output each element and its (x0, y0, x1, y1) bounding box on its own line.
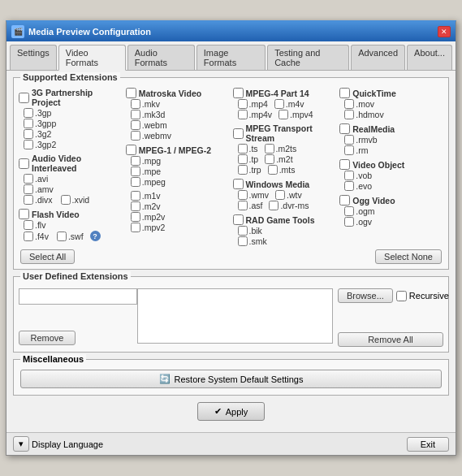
tab-image-formats[interactable]: Image Formats (196, 45, 266, 70)
cb-bik[interactable] (238, 226, 248, 236)
supported-extensions-label: Supported Extensions (20, 72, 120, 82)
restore-label: Restore System Default Settings (175, 374, 304, 384)
cb-evo[interactable] (344, 181, 354, 191)
swf-help-icon[interactable]: ? (90, 231, 101, 241)
language-dropdown[interactable]: ▾ (13, 436, 29, 452)
select-none-button[interactable]: Select None (375, 249, 442, 264)
cb-webm[interactable] (131, 120, 140, 130)
restore-button[interactable]: 🔄 Restore System Default Settings (20, 370, 442, 388)
browse-row: Browse... Recursive (338, 288, 443, 303)
cb-webmv[interactable] (131, 131, 140, 141)
remove-button[interactable]: Remove (19, 331, 76, 345)
cb-mp4v[interactable] (238, 110, 248, 119)
checkbox-wmv-group[interactable] (233, 179, 244, 189)
cb-tp[interactable] (238, 154, 248, 164)
ud-extension-input[interactable] (19, 288, 137, 305)
cb-flv[interactable] (24, 220, 33, 230)
tab-advanced[interactable]: Advanced (351, 45, 405, 70)
cb-asf[interactable] (238, 201, 248, 210)
group-avi: Audio Video Interleaved (19, 154, 123, 173)
cb-wmv[interactable] (238, 190, 248, 200)
cb-swf[interactable] (57, 232, 67, 241)
cb-divx[interactable] (24, 195, 33, 205)
group-rm: RealMedia (339, 123, 443, 134)
tab-video-formats[interactable]: Video Formats (58, 45, 126, 71)
cb-dvr-ms[interactable] (269, 201, 278, 210)
checkbox-3gp-group[interactable] (19, 93, 29, 103)
cb-ts[interactable] (238, 144, 248, 154)
cb-xvid[interactable] (61, 195, 71, 205)
cb-3gpp[interactable] (24, 119, 33, 128)
content-area: Supported Extensions 3G Partnership Proj… (6, 71, 456, 432)
cb-mpv2[interactable] (131, 223, 140, 232)
app-icon: 🎬 (11, 25, 24, 38)
exit-button[interactable]: Exit (407, 437, 449, 452)
cb-mp4[interactable] (238, 99, 248, 109)
tab-testing-cache[interactable]: Testing and Cache (267, 45, 349, 70)
cb-mk3d[interactable] (131, 110, 140, 119)
checkbox-rad-group[interactable] (233, 214, 244, 225)
tab-about[interactable]: About... (407, 45, 452, 70)
checkbox-ogg-group[interactable] (339, 195, 350, 206)
cb-mkv[interactable] (131, 99, 140, 109)
recursive-checkbox[interactable] (396, 291, 407, 301)
cb-hdmov[interactable] (344, 110, 354, 119)
group-ts: MPEG Transport Stream (233, 123, 337, 143)
checkbox-mp4-group[interactable] (233, 88, 244, 98)
cb-mp2v[interactable] (131, 212, 140, 222)
apply-label: Apply (226, 407, 248, 417)
cb-ogv[interactable] (344, 217, 354, 227)
cb-3g2[interactable] (24, 129, 33, 139)
bottom-bar: ▾ Display Language Exit (6, 432, 456, 455)
ud-list-box[interactable] (137, 288, 333, 344)
cb-m4v[interactable] (274, 99, 284, 109)
cb-m1v[interactable] (131, 191, 140, 201)
cb-rmvb[interactable] (344, 135, 354, 145)
tab-settings[interactable]: Settings (10, 45, 57, 70)
user-defined-controls: Add Remove Browse... Recursive Remove Al… (19, 288, 443, 347)
cb-amv[interactable] (24, 184, 33, 194)
checkbox-flash-group[interactable] (19, 209, 29, 219)
cb-mts[interactable] (268, 165, 278, 175)
cb-rm[interactable] (344, 145, 354, 155)
checkbox-ts-group[interactable] (233, 128, 244, 139)
window-title: Media Preview Configuration (28, 27, 151, 37)
checkbox-vob-group[interactable] (339, 159, 350, 170)
cb-m2ts[interactable] (265, 144, 274, 154)
cb-vob[interactable] (344, 171, 354, 180)
close-button[interactable]: ✕ (438, 26, 451, 37)
cb-m2t[interactable] (265, 154, 274, 164)
checkbox-mkv-group[interactable] (126, 88, 136, 98)
checkbox-mpeg12-group[interactable] (126, 145, 136, 155)
tab-audio-formats[interactable]: Audio Formats (127, 45, 195, 70)
group-mkv: Matroska Video (126, 88, 230, 98)
cb-mpeg[interactable] (131, 177, 140, 187)
cb-f4v[interactable] (24, 232, 33, 241)
cb-mpe[interactable] (131, 167, 140, 176)
cb-mpv4[interactable] (278, 110, 288, 119)
group-vob: Video Object (339, 159, 443, 170)
apply-icon: ✔ (214, 406, 222, 417)
cb-smk[interactable] (238, 236, 248, 246)
cb-mov[interactable] (344, 99, 354, 109)
cb-3gp[interactable] (24, 108, 33, 118)
ud-left-panel: Add Remove (19, 288, 132, 345)
cb-3gp2[interactable] (24, 140, 33, 149)
group-rad: RAD Game Tools (233, 214, 337, 225)
cb-avi[interactable] (24, 174, 33, 184)
supported-extensions-section: Supported Extensions 3G Partnership Proj… (13, 77, 449, 270)
cb-mpg[interactable] (131, 156, 140, 166)
checkbox-avi-group[interactable] (19, 158, 29, 169)
cb-ogm[interactable] (344, 206, 354, 216)
cb-trp[interactable] (238, 165, 248, 175)
remove-all-button[interactable]: Remove All (338, 332, 443, 347)
cb-m2v[interactable] (131, 201, 140, 211)
apply-button[interactable]: ✔ Apply (197, 402, 266, 421)
checkbox-qt-group[interactable] (339, 88, 350, 98)
select-all-button[interactable]: Select All (20, 249, 75, 264)
browse-button[interactable]: Browse... (338, 288, 393, 303)
cb-wtv[interactable] (275, 190, 285, 200)
checkbox-rm-group[interactable] (339, 123, 350, 134)
restore-icon: 🔄 (159, 374, 171, 384)
ext-col-1: 3G Partnership Project .3gp .3gpp .3g2 .… (19, 86, 123, 246)
